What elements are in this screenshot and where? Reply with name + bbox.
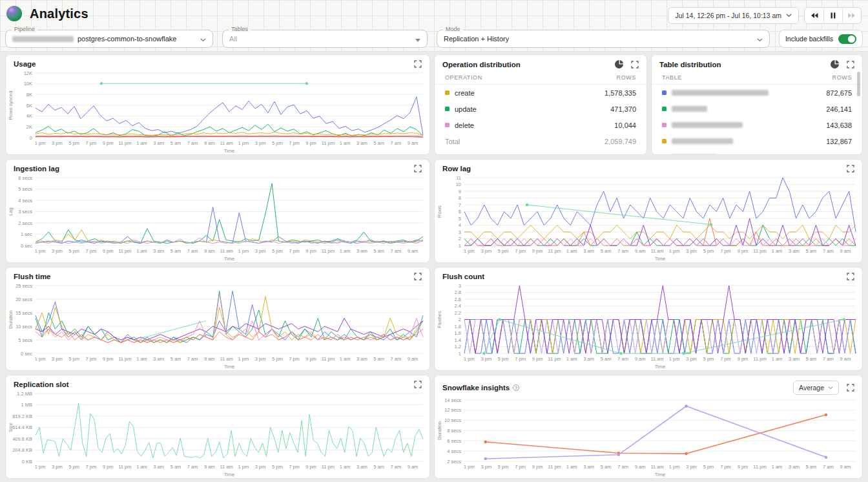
card-title: Ingestion lag bbox=[14, 165, 59, 173]
svg-text:9 am: 9 am bbox=[840, 464, 851, 470]
row-value: 1,578,335 bbox=[604, 89, 636, 97]
svg-text:5 am: 5 am bbox=[601, 464, 612, 470]
svg-text:10 secs: 10 secs bbox=[444, 417, 461, 423]
chevron-down-icon bbox=[828, 386, 833, 390]
expand-button[interactable] bbox=[847, 384, 854, 392]
expand-button[interactable] bbox=[847, 61, 854, 68]
column-header: ROWS bbox=[832, 74, 852, 81]
svg-text:8: 8 bbox=[459, 195, 461, 201]
svg-text:1: 1 bbox=[459, 243, 461, 249]
svg-text:5 pm: 5 pm bbox=[68, 248, 79, 254]
redacted-table-name bbox=[672, 138, 733, 144]
svg-text:1 pm: 1 pm bbox=[238, 356, 249, 362]
mode-select[interactable]: Mode Replication + History bbox=[437, 30, 770, 48]
date-range-picker[interactable]: Jul 14, 12:26 pm - Jul 16, 10:13 am bbox=[668, 7, 799, 24]
flush-count-card: Flush count 11.21.41.61.822.22.42.62.83F… bbox=[434, 267, 863, 371]
snowflake-insights-chart: 2 secs4 secs6 secs8 secs10 secs12 secs14… bbox=[435, 396, 862, 478]
brand: Analytics bbox=[6, 6, 88, 21]
tables-select-value: All bbox=[229, 35, 237, 43]
table-row: 84,567 bbox=[652, 149, 862, 154]
expand-button[interactable] bbox=[847, 165, 854, 173]
svg-text:9 am: 9 am bbox=[204, 248, 215, 254]
svg-text:3 am: 3 am bbox=[789, 248, 800, 254]
svg-text:3 am: 3 am bbox=[789, 356, 800, 362]
expand-button[interactable] bbox=[414, 381, 422, 388]
svg-text:3 pm: 3 pm bbox=[480, 464, 491, 470]
svg-text:5 am: 5 am bbox=[373, 464, 384, 470]
svg-text:6 secs: 6 secs bbox=[447, 438, 461, 444]
include-backfills-toggle[interactable] bbox=[838, 34, 856, 44]
svg-text:9 pm: 9 pm bbox=[305, 464, 316, 470]
svg-text:11 am: 11 am bbox=[650, 356, 663, 362]
svg-text:1.8: 1.8 bbox=[455, 324, 461, 330]
svg-text:1 pm: 1 pm bbox=[464, 248, 475, 254]
redacted-pipeline-prefix bbox=[12, 36, 74, 42]
svg-text:1 sec: 1 sec bbox=[21, 231, 32, 237]
svg-text:7 am: 7 am bbox=[390, 356, 401, 362]
table-row: 246,141 bbox=[652, 101, 862, 117]
pie-chart-toggle-button[interactable] bbox=[615, 60, 623, 68]
svg-text:7 pm: 7 pm bbox=[86, 356, 97, 362]
expand-button[interactable] bbox=[414, 60, 422, 68]
series-color-swatch bbox=[662, 107, 666, 111]
card-title: Replication slot bbox=[14, 381, 69, 388]
expand-button[interactable] bbox=[414, 273, 422, 280]
pie-chart-toggle-button[interactable] bbox=[831, 60, 839, 68]
pipeline-select[interactable]: Pipeline postgres-common-to-snowflake bbox=[5, 30, 213, 48]
svg-text:11 pm: 11 pm bbox=[548, 356, 561, 362]
svg-text:614.4 KB: 614.4 KB bbox=[12, 424, 32, 430]
svg-text:14 secs: 14 secs bbox=[444, 397, 461, 403]
svg-text:3: 3 bbox=[459, 283, 461, 289]
svg-text:3 pm: 3 pm bbox=[480, 248, 491, 254]
svg-text:6: 6 bbox=[459, 209, 461, 215]
expand-icon bbox=[847, 384, 854, 392]
svg-text:1 am: 1 am bbox=[566, 248, 577, 254]
svg-text:12K: 12K bbox=[24, 70, 32, 76]
svg-text:1 am: 1 am bbox=[340, 464, 351, 470]
table-row: create1,578,335 bbox=[435, 85, 646, 101]
svg-text:3 pm: 3 pm bbox=[686, 248, 697, 254]
svg-text:1 MB: 1 MB bbox=[21, 402, 32, 408]
expand-button[interactable] bbox=[631, 61, 639, 68]
svg-text:5 am: 5 am bbox=[806, 356, 817, 362]
svg-text:3 pm: 3 pm bbox=[480, 356, 491, 362]
table-row: delete10,044 bbox=[435, 117, 646, 133]
card-title: Usage bbox=[14, 60, 36, 68]
svg-text:9 am: 9 am bbox=[635, 356, 646, 362]
svg-text:5 pm: 5 pm bbox=[498, 248, 509, 254]
series-color-swatch bbox=[662, 90, 666, 95]
rewind-button[interactable] bbox=[805, 8, 823, 23]
date-range-value: Jul 14, 12:26 pm - Jul 16, 10:13 am bbox=[675, 12, 781, 19]
table-distribution-table: TABLE ROWS 872,675246,141143,638132,8678… bbox=[652, 70, 862, 154]
aggregate-select[interactable]: Average bbox=[793, 381, 839, 395]
expand-button[interactable] bbox=[414, 165, 422, 173]
svg-text:7 am: 7 am bbox=[390, 464, 401, 470]
svg-text:3 pm: 3 pm bbox=[52, 356, 63, 362]
svg-text:1 am: 1 am bbox=[136, 248, 147, 254]
redacted-table-name bbox=[672, 122, 743, 128]
column-header: ROWS bbox=[617, 74, 636, 81]
svg-text:9 am: 9 am bbox=[204, 464, 215, 470]
expand-button[interactable] bbox=[847, 273, 854, 280]
usage-card: Usage 02K4K6K8K10K12KRows synced1 pm3 pm… bbox=[5, 54, 430, 155]
svg-text:11 pm: 11 pm bbox=[118, 356, 131, 362]
svg-text:1 am: 1 am bbox=[772, 248, 783, 254]
expand-icon bbox=[414, 273, 422, 280]
mode-select-value: Replication + History bbox=[444, 35, 509, 43]
svg-text:9 pm: 9 pm bbox=[738, 464, 749, 470]
fast-forward-button[interactable] bbox=[842, 8, 861, 23]
svg-text:5 pm: 5 pm bbox=[68, 140, 79, 146]
pause-button[interactable] bbox=[823, 8, 842, 23]
scrollbar-thumb[interactable] bbox=[857, 72, 860, 96]
svg-text:Flushes: Flushes bbox=[437, 311, 442, 328]
svg-text:7 pm: 7 pm bbox=[720, 356, 731, 362]
svg-text:1.4: 1.4 bbox=[455, 337, 461, 343]
svg-text:3 am: 3 am bbox=[356, 140, 367, 146]
svg-text:9 am: 9 am bbox=[408, 356, 418, 362]
svg-text:3 am: 3 am bbox=[153, 464, 164, 470]
tables-select[interactable]: Tables All bbox=[222, 30, 428, 48]
page-title: Analytics bbox=[30, 6, 88, 21]
flush-count-chart: 11.21.41.61.822.22.42.62.83Flushes1 pm3 … bbox=[435, 282, 862, 370]
svg-text:11 pm: 11 pm bbox=[118, 248, 131, 254]
question-circle-icon[interactable]: ? bbox=[513, 384, 519, 391]
